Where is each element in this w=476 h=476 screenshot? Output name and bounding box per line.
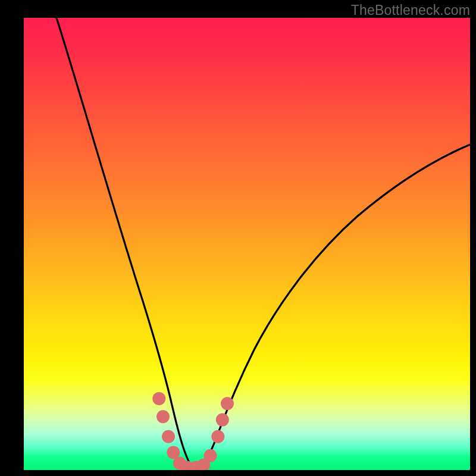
marker-dot (156, 410, 170, 423)
curve-layer (24, 18, 470, 470)
marker-dot (221, 397, 234, 410)
marker-dot (204, 449, 217, 462)
marker-dot (162, 430, 175, 443)
marker-dot (211, 430, 224, 443)
plot-area (24, 18, 470, 470)
marker-group (152, 392, 234, 470)
bottleneck-curve-left (57, 18, 193, 468)
watermark-text: TheBottleneck.com (351, 2, 470, 18)
marker-dot (152, 392, 165, 405)
chart-frame: TheBottleneck.com (0, 0, 476, 476)
bottleneck-curve-right (199, 145, 470, 468)
marker-dot (216, 414, 229, 427)
